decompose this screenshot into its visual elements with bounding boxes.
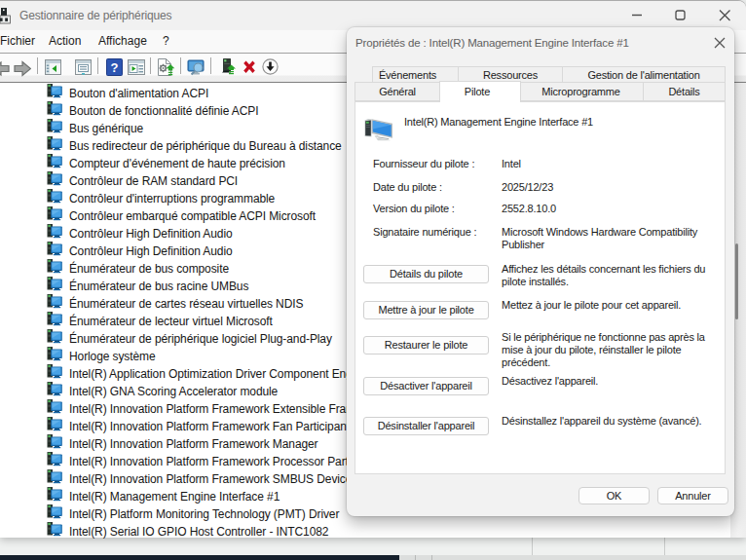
svg-text:?: ? [111,60,119,75]
